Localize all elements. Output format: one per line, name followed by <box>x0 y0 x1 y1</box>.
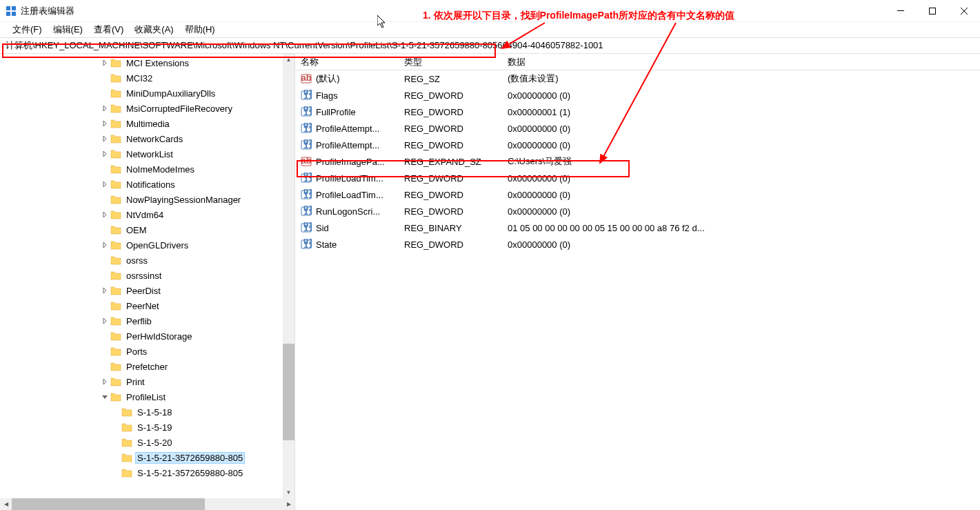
scroll-left-button[interactable]: ◀ <box>0 498 12 510</box>
tree-item-label: S-1-5-19 <box>135 422 174 433</box>
expand-icon[interactable] <box>99 179 110 190</box>
expand-icon <box>110 437 121 448</box>
tree-item[interactable]: Perflib <box>0 313 294 328</box>
expand-icon <box>110 422 121 433</box>
tree-content[interactable]: MCI ExtensionsMCI32MiniDumpAuxiliaryDlls… <box>0 54 294 510</box>
tree-item[interactable]: MiniDumpAuxiliaryDlls <box>0 86 294 101</box>
expand-icon[interactable] <box>99 148 110 159</box>
tree-item[interactable]: S-1-5-19 <box>0 420 294 435</box>
list-row[interactable]: 011110SidREG_BINARY01 05 00 00 00 00 00 … <box>295 219 980 236</box>
tree-item[interactable]: NtVdm64 <box>0 207 294 222</box>
tree-item-label: osrss <box>124 255 150 266</box>
tree-item[interactable]: Prefetcher <box>0 359 294 374</box>
cell-name: 011110FullProfile <box>295 105 399 119</box>
expand-icon[interactable] <box>99 103 110 114</box>
expand-icon <box>99 224 110 235</box>
expand-icon <box>99 255 110 266</box>
tree-item[interactable]: OEM <box>0 222 294 237</box>
horizontal-scroll-thumb[interactable] <box>12 498 205 510</box>
menu-view[interactable]: 查看(V) <box>88 23 129 37</box>
close-button[interactable] <box>948 0 980 22</box>
expand-icon[interactable] <box>99 209 110 220</box>
list-pane: 名称 类型 数据 ab(默认)REG_SZ(数值未设置)011110FlagsR… <box>295 54 980 510</box>
tree-item[interactable]: NowPlayingSessionManager <box>0 192 294 207</box>
cell-type: REG_DWORD <box>399 205 502 218</box>
list-body[interactable]: ab(默认)REG_SZ(数值未设置)011110FlagsREG_DWORD0… <box>295 70 980 510</box>
menu-file[interactable]: 文件(F) <box>7 23 48 37</box>
tree-item-label: OpenGLDrivers <box>124 239 190 251</box>
tree-item[interactable]: Ports <box>0 344 294 359</box>
tree-item[interactable]: Print <box>0 374 294 389</box>
tree-item[interactable]: S-1-5-21-3572659880-805 <box>0 465 294 480</box>
list-row[interactable]: 011110StateREG_DWORD0x00000000 (0) <box>295 236 980 253</box>
expand-icon <box>99 300 110 311</box>
tree-item[interactable]: Multimedia <box>0 116 294 131</box>
column-data[interactable]: 数据 <box>502 54 980 70</box>
list-row[interactable]: ab(默认)REG_SZ(数值未设置) <box>295 70 980 87</box>
tree-item-label: S-1-5-21-3572659880-805 <box>135 452 245 464</box>
tree-item[interactable]: PerHwIdStorage <box>0 328 294 344</box>
tree-vertical-scrollbar[interactable]: ▲ ▼ <box>283 54 294 498</box>
tree-item-label: NowPlayingSessionManager <box>124 194 243 206</box>
menu-help[interactable]: 帮助(H) <box>179 23 221 37</box>
tree-item[interactable]: S-1-5-20 <box>0 435 294 450</box>
tree-item-label: PeerNet <box>124 300 161 312</box>
scroll-right-button[interactable]: ▶ <box>283 498 294 510</box>
list-row[interactable]: abProfileImagePa...REG_EXPAND_SZC:\Users… <box>295 153 980 170</box>
tree-item-label: MiniDumpAuxiliaryDlls <box>124 88 217 99</box>
tree-item[interactable]: MsiCorruptedFileRecovery <box>0 101 294 116</box>
cell-name: 011110State <box>295 237 399 251</box>
tree-item[interactable]: PeerDist <box>0 283 294 298</box>
expand-icon[interactable] <box>99 133 110 144</box>
list-row[interactable]: 011110ProfileAttempt...REG_DWORD0x000000… <box>295 120 980 137</box>
tree-item-label: Ports <box>124 346 149 357</box>
expand-icon[interactable] <box>99 239 110 251</box>
list-row[interactable]: 011110ProfileAttempt...REG_DWORD0x000000… <box>295 137 980 153</box>
expand-icon[interactable] <box>99 57 110 68</box>
menu-edit[interactable]: 编辑(E) <box>48 23 88 37</box>
list-row[interactable]: 011110FullProfileREG_DWORD0x00000001 (1) <box>295 104 980 120</box>
horizontal-scroll-track[interactable] <box>12 498 283 510</box>
scroll-down-button[interactable]: ▼ <box>283 487 294 498</box>
tree-item-label: MCI32 <box>124 72 154 84</box>
column-name[interactable]: 名称 <box>295 54 399 70</box>
addressbar[interactable]: 计算机\HKEY_LOCAL_MACHINE\SOFTWARE\Microsof… <box>0 37 980 54</box>
tree-item[interactable]: MCI Extensions <box>0 55 294 70</box>
tree-item[interactable]: Notifications <box>0 177 294 192</box>
list-row[interactable]: 011110ProfileLoadTim...REG_DWORD0x000000… <box>295 170 980 186</box>
list-row[interactable]: 011110FlagsREG_DWORD0x00000000 (0) <box>295 87 980 104</box>
column-type[interactable]: 类型 <box>399 54 502 70</box>
tree-item[interactable]: osrssinst <box>0 268 294 283</box>
expand-icon[interactable] <box>99 285 110 296</box>
list-header: 名称 类型 数据 <box>295 54 980 70</box>
maximize-button[interactable] <box>917 0 948 22</box>
svg-text:110: 110 <box>303 90 312 101</box>
tree-item[interactable]: PeerNet <box>0 298 294 313</box>
scroll-up-button[interactable]: ▲ <box>283 54 294 66</box>
tree-item[interactable]: ProfileList <box>0 389 294 404</box>
tree-item[interactable]: NetworkCards <box>0 131 294 146</box>
minimize-button[interactable] <box>885 0 917 22</box>
tree-item[interactable]: NetworkList <box>0 146 294 161</box>
tree-item[interactable]: osrss <box>0 253 294 268</box>
expand-icon[interactable] <box>99 315 110 326</box>
tree-item[interactable]: S-1-5-18 <box>0 404 294 420</box>
cell-data: (数值未设置) <box>502 71 980 86</box>
list-row[interactable]: 011110RunLogonScri...REG_DWORD0x00000000… <box>295 203 980 219</box>
window-controls <box>885 0 980 22</box>
vertical-scroll-thumb[interactable] <box>283 344 294 440</box>
tree-item[interactable]: OpenGLDrivers <box>0 237 294 253</box>
tree-item[interactable]: S-1-5-21-3572659880-805 <box>0 450 294 465</box>
tree-item[interactable]: NoImeModeImes <box>0 161 294 177</box>
expand-icon <box>110 467 121 478</box>
tree-item[interactable]: MCI32 <box>0 70 294 86</box>
cell-type: REG_DWORD <box>399 188 502 202</box>
expand-icon[interactable] <box>99 118 110 129</box>
expand-icon[interactable] <box>99 376 110 387</box>
svg-rect-3 <box>12 12 16 16</box>
collapse-icon[interactable] <box>99 391 110 402</box>
tree-horizontal-scrollbar[interactable]: ◀ ▶ <box>0 498 294 510</box>
cell-type: REG_DWORD <box>399 172 502 185</box>
menu-favorites[interactable]: 收藏夹(A) <box>129 23 179 37</box>
list-row[interactable]: 011110ProfileLoadTim...REG_DWORD0x000000… <box>295 186 980 203</box>
